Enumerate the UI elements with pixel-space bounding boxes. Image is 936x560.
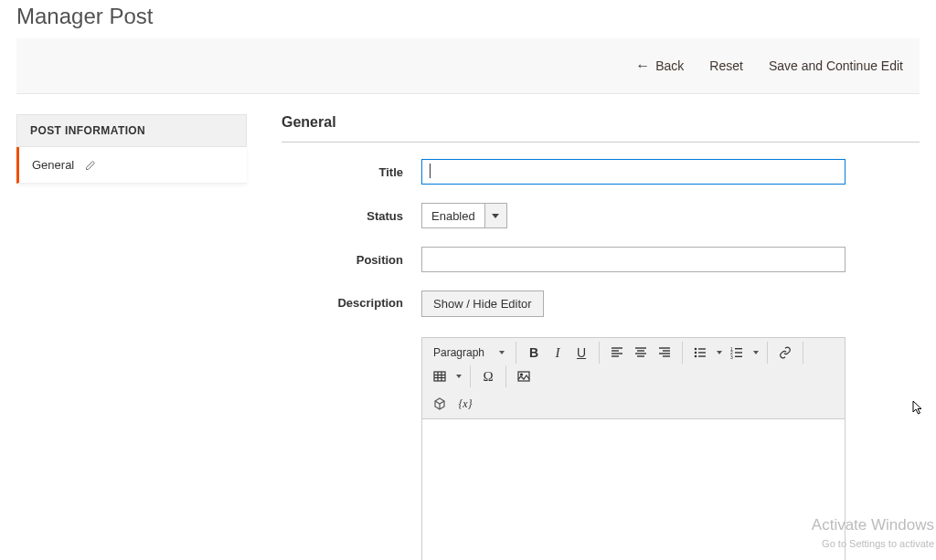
status-row: Status Enabled: [282, 203, 920, 228]
svg-text:3: 3: [730, 354, 733, 360]
chevron-down-icon: [753, 351, 759, 354]
section-title: General: [282, 114, 920, 143]
svg-rect-23: [735, 356, 742, 357]
bullet-list-icon: [694, 346, 707, 359]
title-row: Title: [282, 159, 920, 185]
underline-button[interactable]: U: [569, 342, 593, 364]
reset-label: Reset: [709, 58, 743, 73]
title-input[interactable]: [421, 159, 846, 185]
content: General Title Status Enabled Posit: [282, 114, 920, 560]
wysiwyg-editor: Paragraph B I U: [421, 337, 846, 560]
save-continue-label: Save and Continue Edit: [769, 58, 903, 73]
table-icon: [433, 370, 446, 383]
position-label: Position: [282, 253, 421, 267]
align-center-icon: [634, 346, 647, 359]
edit-icon: [85, 160, 96, 171]
table-button[interactable]: [428, 365, 452, 387]
toggle-editor-button[interactable]: Show / Hide Editor: [421, 291, 544, 317]
main-area: POST INFORMATION General General Title S…: [0, 94, 936, 560]
variable-icon: {x}: [459, 397, 473, 411]
position-row: Position: [282, 247, 920, 272]
align-right-button[interactable]: [653, 342, 676, 364]
editor-body[interactable]: [422, 419, 845, 560]
image-icon: [517, 370, 530, 383]
special-char-button[interactable]: Ω: [476, 365, 500, 387]
page-title: Manager Post: [0, 0, 936, 38]
chevron-down-icon: [492, 214, 499, 218]
number-list-more[interactable]: [750, 342, 761, 364]
back-button[interactable]: ← Back: [633, 55, 686, 77]
back-label: Back: [655, 58, 684, 73]
svg-rect-24: [434, 372, 445, 381]
svg-rect-21: [735, 348, 742, 349]
align-right-icon: [658, 346, 671, 359]
align-center-button[interactable]: [629, 342, 653, 364]
block-format-select[interactable]: Paragraph: [428, 342, 510, 364]
svg-point-14: [695, 355, 697, 358]
status-dropdown-toggle[interactable]: [484, 204, 506, 227]
svg-rect-15: [698, 348, 706, 349]
editor-toolbar: Paragraph B I U: [422, 338, 845, 419]
save-continue-button[interactable]: Save and Continue Edit: [767, 55, 905, 77]
bullet-list-more[interactable]: [714, 342, 725, 364]
svg-rect-16: [698, 352, 706, 353]
bold-button[interactable]: B: [522, 342, 546, 364]
svg-point-30: [521, 374, 523, 375]
table-more[interactable]: [453, 365, 464, 387]
back-arrow-icon: ←: [635, 58, 650, 73]
italic-button[interactable]: I: [546, 342, 569, 364]
bold-icon: B: [529, 345, 538, 360]
description-row: Description Show / Hide Editor Paragraph: [282, 291, 920, 560]
italic-icon: I: [556, 345, 560, 361]
align-left-button[interactable]: [605, 342, 629, 364]
reset-button[interactable]: Reset: [707, 55, 745, 77]
svg-rect-22: [735, 352, 742, 353]
chevron-down-icon: [717, 351, 722, 354]
description-label: Description: [282, 291, 421, 310]
sidebar: POST INFORMATION General: [16, 114, 247, 560]
status-value: Enabled: [422, 209, 484, 223]
chevron-down-icon: [456, 375, 462, 378]
status-label: Status: [282, 209, 421, 223]
image-button[interactable]: [512, 365, 536, 387]
underline-icon: U: [577, 345, 586, 360]
title-label: Title: [282, 165, 421, 179]
sidebar-item-general[interactable]: General: [16, 147, 247, 184]
svg-point-13: [695, 352, 697, 354]
variable-button[interactable]: {x}: [453, 393, 477, 415]
svg-point-12: [695, 348, 697, 351]
number-list-icon: 123: [730, 346, 743, 359]
svg-rect-17: [698, 355, 706, 356]
widget-button[interactable]: [428, 393, 452, 415]
status-select[interactable]: Enabled: [421, 203, 507, 228]
bullet-list-button[interactable]: [688, 342, 712, 364]
chevron-down-icon: [499, 351, 505, 354]
sidebar-item-label: General: [32, 158, 74, 172]
sidebar-title: POST INFORMATION: [16, 114, 247, 147]
link-button[interactable]: [773, 342, 797, 364]
link-icon: [779, 346, 792, 359]
special-char-icon: Ω: [483, 369, 493, 385]
block-format-value: Paragraph: [433, 346, 484, 359]
number-list-button[interactable]: 123: [725, 342, 749, 364]
actions-bar: ← Back Reset Save and Continue Edit: [16, 38, 920, 94]
widget-icon: [433, 397, 446, 410]
align-left-icon: [611, 346, 623, 359]
position-input[interactable]: [421, 247, 846, 272]
